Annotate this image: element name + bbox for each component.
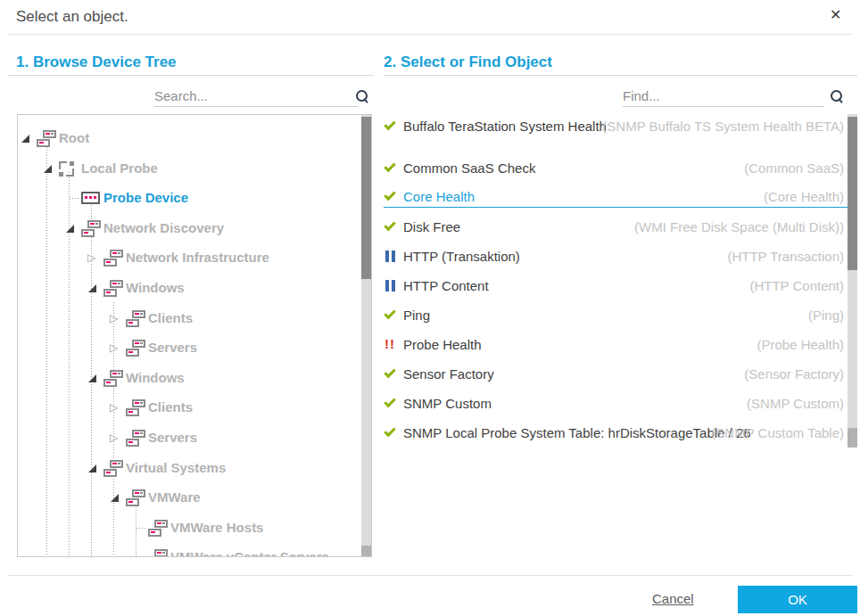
collapsed-arrow-icon[interactable]: ▷ [110,396,118,419]
expanded-arrow-icon[interactable] [44,165,52,173]
object-type: (WMI Free Disk Space (Multi Disk)) [634,218,844,235]
tree-item-label: Network Infrastructure [126,246,269,269]
list-scrollbar[interactable] [848,114,857,448]
find-icon[interactable] [830,89,844,103]
expanded-arrow-icon[interactable] [66,225,74,233]
tree-item-label: Virtual Systems [126,456,226,480]
group-icon [81,220,101,237]
object-item-common-saas-check[interactable]: Common SaaS Check(Common SaaS) [384,160,848,178]
group-icon [148,549,168,557]
collapsed-arrow-icon[interactable]: ▷ [87,246,95,269]
dialog-title: Select an object. [16,8,128,26]
object-name: SNMP Custom [403,395,789,412]
object-item-buffalo-terastation-system-health[interactable]: Buffalo TeraStation System Health(SNMP B… [384,118,848,136]
list-scrollbar-end [848,428,857,448]
tree-item-label: Clients [148,396,193,419]
tree-item-label: VMWare vCenter Servers [170,546,329,557]
object-item-http-transaktion[interactable]: HTTP (Transaktion)(HTTP Transaction) [384,248,848,267]
collapsed-arrow-icon[interactable]: ▷ [110,336,118,359]
group-icon [126,399,145,416]
object-name: Common SaaS Check [403,160,789,177]
object-type: (Probe Health) [757,336,844,353]
tree-item-servers[interactable]: ▷Servers [18,336,359,359]
tree-item-vmware-hosts[interactable]: VMWare Hosts [18,516,359,539]
tree-item-local-probe[interactable]: Local Probe [18,157,359,180]
object-name: Probe Health [403,336,789,353]
object-item-disk-free[interactable]: Disk Free(WMI Free Disk Space (Multi Dis… [384,218,848,237]
expanded-arrow-icon[interactable] [88,284,96,292]
object-name: HTTP Content [403,277,789,294]
cancel-button[interactable]: Cancel [652,591,694,606]
object-name: Core Health [403,188,789,205]
group-icon [126,340,145,357]
expanded-arrow-icon[interactable] [88,464,96,472]
object-type: (Sensor Factory) [744,365,844,382]
tree-item-windows[interactable]: Windows [18,366,359,390]
object-item-probe-health[interactable]: !!Probe Health(Probe Health) [384,336,848,355]
object-type: (HTTP Transaction) [727,248,844,265]
tree-item-label: VMWare Hosts [170,516,263,539]
tree-item-network-infrastructure[interactable]: ▷Network Infrastructure [18,246,359,269]
left-heading-rule [7,75,373,76]
tree-item-label: VMWare [148,486,201,509]
tree-item-label: Windows [126,366,185,390]
check-icon [384,119,400,134]
expanded-arrow-icon[interactable] [88,374,96,382]
search-input[interactable] [154,86,358,107]
tree-item-label: Windows [126,276,185,300]
tree-item-windows[interactable]: Windows [18,276,359,300]
object-item-ping[interactable]: Ping(Ping) [384,307,848,325]
tree-item-vmware[interactable]: VMWare [18,486,359,509]
device-tree: RootLocal ProbeProbe DeviceNetwork Disco… [17,114,372,557]
group-icon [126,430,145,447]
expanded-arrow-icon[interactable] [21,135,29,143]
object-item-http-content[interactable]: HTTP Content(HTTP Content) [384,277,848,296]
tree-item-probe-device[interactable]: Probe Device [18,186,359,209]
check-icon [384,190,400,204]
group-icon [126,310,145,327]
tree-item-clients[interactable]: ▷Clients [18,396,359,419]
check-icon [384,367,400,382]
footer-divider [7,575,853,576]
object-item-snmp-custom[interactable]: SNMP Custom(SNMP Custom) [384,395,848,414]
tree-scrollbar-thumb[interactable] [361,117,371,279]
select-object-dialog: { "dialog": { "title": "Select an object… [0,0,860,616]
object-type: (SNMP Custom) [747,395,844,412]
select-or-find-heading: 2. Select or Find Object [384,53,552,71]
list-scrollbar-thumb[interactable] [848,117,857,270]
search-icon[interactable] [355,89,369,103]
object-item-sensor-factory[interactable]: Sensor Factory(Sensor Factory) [384,365,848,384]
object-type: (Core Health) [764,188,844,205]
check-icon [384,161,400,176]
collapsed-arrow-icon[interactable]: ▷ [110,307,118,330]
tree-item-label: Probe Device [103,186,188,209]
group-icon [37,130,56,147]
pause-icon [384,250,400,264]
tree-item-servers[interactable]: ▷Servers [18,426,359,449]
tree-item-label: Servers [148,336,197,359]
tree-item-clients[interactable]: ▷Clients [18,307,359,330]
ok-button[interactable]: OK [738,586,857,613]
tree-item-network-discovery[interactable]: Network Discovery [18,217,359,240]
tree-item-label: Servers [148,426,197,449]
group-icon [103,370,123,387]
browse-device-tree-heading: 1. Browse Device Tree [16,53,177,71]
tree-scrollbar[interactable] [361,115,371,556]
check-icon [384,397,400,411]
object-list: Buffalo TeraStation System Health(SNMP B… [384,114,848,450]
object-item-snmp-local-probe-system-table-hrdiskstor[interactable]: SNMP Local Probe System Table: hrDiskSto… [384,424,848,443]
object-name: Sensor Factory [403,365,789,382]
check-icon [384,426,400,440]
group-icon [103,250,123,267]
expanded-arrow-icon[interactable] [111,494,119,502]
tree-item-root[interactable]: Root [18,127,359,150]
device-icon [81,192,100,204]
collapsed-arrow-icon[interactable]: ▷ [110,426,118,449]
title-divider [7,34,853,35]
group-icon [103,460,123,477]
close-icon[interactable]: ✕ [830,6,841,23]
tree-item-vmware-vcenter-servers[interactable]: VMWare vCenter Servers [18,546,359,557]
find-input[interactable] [623,86,824,107]
object-item-core-health[interactable]: Core Health(Core Health) [384,188,848,208]
tree-item-virtual-systems[interactable]: Virtual Systems [18,456,359,480]
